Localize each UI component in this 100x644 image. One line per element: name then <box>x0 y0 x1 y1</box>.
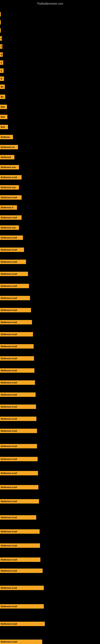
bar-row: Bottleneck result <box>0 515 100 520</box>
bar: Bottleneck re <box>0 205 17 210</box>
bar-row: Bottleneck result <box>0 622 100 626</box>
bar-row: Bottleneck result <box>0 195 100 200</box>
bar-label: Bottleneck result <box>1 196 17 199</box>
bar-label: Bottleneck result <box>1 544 17 547</box>
bar-row: Bottleneck result <box>0 368 100 373</box>
bar-label: E <box>1 46 2 48</box>
bar-row: Bottleneck result <box>0 604 100 608</box>
bar: Bottleneck result <box>0 344 34 348</box>
bar-row: Bottleneck result <box>0 392 100 397</box>
bar-label: Bott <box>1 116 5 118</box>
bar: B <box>0 52 3 57</box>
bar-row: E <box>0 44 100 49</box>
bar: E <box>0 36 2 41</box>
bar: Bott <box>0 115 7 119</box>
bar-label: Bottleneck result <box>1 249 17 251</box>
bar-row: E <box>0 36 100 41</box>
bar-label: Bo <box>1 96 3 98</box>
bar-label: Bottlenec <box>1 136 10 138</box>
bar: Bottleneck result <box>0 529 40 534</box>
bar: Bottleneck result <box>0 175 22 180</box>
bar-label: Bottleneck result <box>1 216 17 219</box>
bar-row <box>0 28 100 32</box>
bar-label: Bottleneck res <box>1 146 15 148</box>
bar-row: Bottleneck result <box>0 320 100 324</box>
bar-label: Bottleneck result <box>1 333 17 336</box>
bar: Bottleneck result <box>0 499 39 504</box>
bar-label: Bottleneck result <box>1 345 17 348</box>
bar-label: Bottleneck result <box>1 486 17 488</box>
bar: Bottleneck result <box>0 604 44 608</box>
bar-row: Bottleneck result <box>0 499 100 504</box>
bar: Bottleneck result <box>0 392 36 397</box>
bar: Bottleneck result <box>0 248 24 252</box>
bar: Bottleneck result <box>0 284 29 288</box>
bar: Bottleneck result <box>0 380 35 385</box>
bar: Bottleneck result <box>0 272 28 276</box>
bar-label: Bottleneck result <box>1 472 17 474</box>
bar-label: Bottleneck result <box>1 273 17 275</box>
bar-label: Bottleneck result <box>1 176 17 178</box>
bar-row <box>0 20 100 24</box>
bar-row: Bottleneck result <box>0 444 100 448</box>
bar-row: Bottleneck re <box>0 205 100 210</box>
bar-row: Bottleneck result <box>0 471 100 475</box>
bar-row: E <box>0 68 100 73</box>
bar-row: Bottleneck result <box>0 284 100 288</box>
bar-row: Bottleneck result <box>0 429 100 433</box>
bar-row: Bottleneck resu <box>0 226 100 230</box>
bar-label: Bottleneck result <box>1 309 17 311</box>
bar: Bottleneck result <box>0 215 22 220</box>
bar: E <box>0 68 3 73</box>
bar-label: E <box>1 62 2 64</box>
bar: Bottleneck result <box>0 622 45 626</box>
bar-row: Bott <box>0 115 100 119</box>
bar-row: Bottleneck result <box>0 260 100 264</box>
bar-row: Bottleneck result <box>0 380 100 385</box>
bar <box>0 12 1 16</box>
bar-label: Bott <box>1 106 5 108</box>
bar-label: Bottleneck result <box>1 516 17 518</box>
bar-label: Bottleneck <box>1 156 11 158</box>
bar-row: Bottleneck resu <box>0 165 100 170</box>
bar: Bottleneck result <box>0 640 42 644</box>
bar-row: Bottleneck result <box>0 529 100 534</box>
bar-label: Bottleneck result <box>1 430 17 432</box>
bar-label: Bottleneck result <box>1 570 17 572</box>
bar-label: Bottleneck result <box>1 358 17 360</box>
bar-label: Bottleneck result <box>1 559 17 561</box>
bar-row: Bottleneck result <box>0 308 100 312</box>
bar: Bottleneck result <box>0 404 36 409</box>
bar-label: Bottleneck result <box>1 530 17 533</box>
bar-row: Bottleneck res <box>0 145 100 149</box>
bar: Bottleneck result <box>0 457 38 461</box>
bar-row: Bottlenec <box>0 135 100 139</box>
bar-row: Bottleneck result <box>0 296 100 300</box>
bar: Bottleneck result <box>0 296 30 300</box>
bar: Bottleneck result <box>0 236 23 240</box>
bar: Bottlenec <box>0 135 13 139</box>
bar-label: Bottleneck result <box>1 297 17 299</box>
bar-row: Bottleneck result <box>0 272 100 276</box>
bar-label: Bottleneck resu <box>1 166 16 168</box>
bar: Bottleneck resu <box>0 185 19 190</box>
bar: Bottleneck result <box>0 429 37 433</box>
bar-row: Bo <box>0 94 100 99</box>
bar-row: Bottleneck result <box>0 236 100 240</box>
bar: Bottleneck <box>0 155 14 160</box>
bar-row: Bottleneck result <box>0 248 100 252</box>
bar: E <box>0 44 2 49</box>
bar: Bottleneck result <box>0 195 22 200</box>
bar-row: Bott <box>0 125 100 129</box>
bar-label: Bottleneck resu <box>1 186 16 188</box>
bar-row: Bo <box>0 84 100 89</box>
bar: Bottleneck result <box>0 568 43 573</box>
bar: Bo <box>0 84 5 89</box>
bar: Bottleneck result <box>0 416 36 421</box>
bar-label: Bottleneck result <box>1 445 17 448</box>
bar-label: Bottleneck result <box>1 406 17 408</box>
bar-row: Bottleneck result <box>0 544 100 548</box>
bar: Bottleneck result <box>0 471 38 475</box>
bar: Bott <box>0 125 8 129</box>
bar-label: Bottleneck result <box>1 321 17 324</box>
